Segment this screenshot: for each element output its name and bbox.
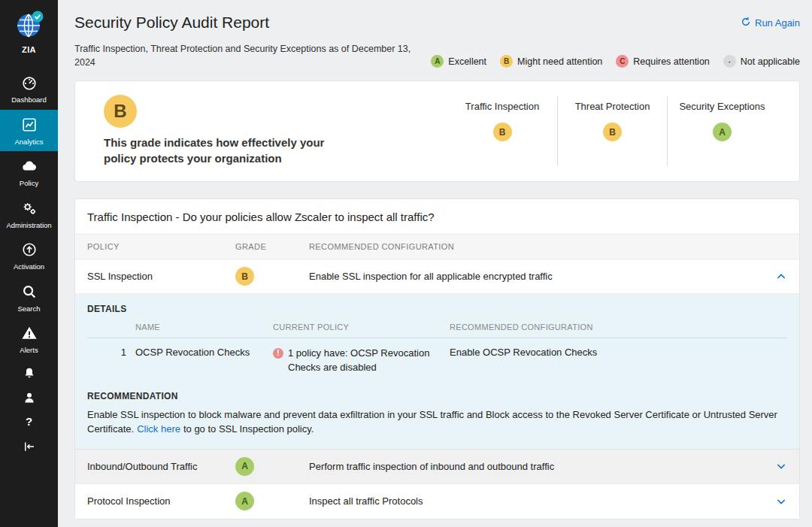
- page-title: Security Policy Audit Report: [74, 14, 269, 32]
- row-grade-badge: A: [235, 492, 254, 510]
- legend-label: Not applicable: [741, 56, 800, 67]
- sidebar-item-activation[interactable]: Activation: [0, 235, 58, 277]
- sidebar-item-label: Administration: [6, 222, 51, 229]
- topbar: Security Policy Audit Report Run Again: [74, 14, 800, 32]
- category-security-exceptions: Security Exceptions A: [667, 96, 777, 166]
- legend-item-not-applicable: - Not applicable: [723, 55, 800, 68]
- chevron-up-icon[interactable]: [775, 271, 787, 283]
- sidebar-item-label: Search: [17, 305, 40, 313]
- section-title: Traffic Inspection - Do your policies al…: [75, 199, 799, 235]
- category-label: Traffic Inspection: [452, 101, 553, 112]
- category-traffic-inspection: Traffic Inspection B: [447, 96, 557, 166]
- details-current-policy-text: 1 policy have: OCSP Revocation Checks ar…: [288, 347, 430, 375]
- user-profile-icon[interactable]: [23, 391, 36, 404]
- svg-text:?: ?: [26, 416, 32, 428]
- sidebar-item-label: Activation: [14, 263, 44, 271]
- policy-name: Protocol Inspection: [87, 495, 235, 507]
- category-grade-badge: B: [493, 123, 512, 141]
- sidebar-item-label: Alerts: [20, 347, 38, 354]
- sub-header: Traffic Inspection, Threat Protection an…: [74, 42, 800, 69]
- chevron-down-icon[interactable]: [775, 460, 787, 472]
- legend-label: Requires attention: [633, 56, 709, 67]
- category-grade-badge: B: [603, 123, 622, 141]
- overall-grade-description: This grade indicates how effectively you…: [104, 135, 359, 166]
- logout-icon[interactable]: [23, 440, 36, 453]
- refresh-icon: [741, 17, 751, 29]
- category-label: Security Exceptions: [672, 101, 772, 112]
- category-grade-badge: A: [713, 123, 732, 141]
- sidebar: ZIA Dashboard Analytics Policy: [0, 0, 58, 527]
- column-grade: GRADE: [235, 235, 309, 259]
- details-heading: DETAILS: [87, 304, 787, 314]
- click-here-link[interactable]: Click here: [137, 423, 180, 435]
- run-again-button[interactable]: Run Again: [741, 17, 800, 29]
- table-row-ssl-inspection[interactable]: SSL Inspection B Enable SSL inspection f…: [75, 259, 799, 294]
- details-table-header: NAME CURRENT POLICY RECOMMENDED CONFIGUR…: [87, 314, 787, 338]
- alerts-warning-icon: [20, 325, 38, 344]
- policy-cloud-icon: [20, 158, 38, 177]
- zia-logo[interactable]: ZIA: [0, 0, 58, 60]
- policy-name: Inbound/Outbound Traffic: [87, 461, 235, 472]
- ssl-inspection-details-panel: DETAILS NAME CURRENT POLICY RECOMMENDED …: [75, 294, 799, 450]
- row-recommendation: Inspect all traffic Protocols: [309, 495, 763, 507]
- policy-name: SSL Inspection: [87, 271, 235, 282]
- sidebar-item-policy[interactable]: Policy: [0, 151, 58, 193]
- table-row-protocol-inspection[interactable]: Protocol Inspection A Inspect all traffi…: [75, 484, 799, 519]
- recommendation-text: Enable SSL inspection to block malware a…: [87, 407, 787, 437]
- recommendation-text-after: to go to SSL Inspection policy.: [183, 423, 314, 435]
- sidebar-item-search[interactable]: Search: [0, 277, 58, 319]
- run-again-label: Run Again: [755, 17, 800, 29]
- details-column-name: NAME: [135, 323, 273, 332]
- details-recommended-text: Enable OCSP Revocation Checks: [450, 347, 787, 358]
- category-threat-protection: Threat Protection B: [557, 96, 667, 166]
- column-recommended-configuration: RECOMMENDED CONFIGURATION: [309, 235, 763, 259]
- details-row-number: 1: [87, 347, 135, 358]
- column-policy: POLICY: [87, 235, 235, 259]
- analytics-icon: [21, 117, 38, 136]
- sidebar-item-analytics[interactable]: Analytics: [0, 110, 58, 152]
- sidebar-item-dashboard[interactable]: Dashboard: [0, 68, 58, 110]
- sidebar-item-label: Dashboard: [11, 96, 46, 104]
- details-column-recommended: RECOMMENDED CONFIGURATION: [450, 323, 787, 332]
- details-row-name: OCSP Revocation Checks: [135, 347, 273, 358]
- legend-item-might-need-attention: B Might need attention: [500, 55, 602, 68]
- chevron-down-icon[interactable]: [775, 495, 787, 507]
- legend-label: Excellent: [448, 56, 486, 67]
- help-icon[interactable]: ?: [23, 416, 35, 429]
- alert-exclamation-icon: !: [273, 348, 283, 359]
- category-grades: Traffic Inspection B Threat Protection B…: [447, 96, 777, 166]
- row-grade-badge: A: [235, 457, 254, 476]
- row-grade-badge: B: [235, 267, 254, 286]
- legend-item-requires-attention: C Requires attention: [616, 55, 709, 68]
- row-recommendation: Perform traffic inspection of inbound an…: [309, 461, 763, 472]
- table-row-inbound-outbound[interactable]: Inbound/Outbound Traffic A Perform traff…: [75, 450, 799, 484]
- details-current-policy-cell: ! 1 policy have: OCSP Revocation Checks …: [273, 347, 450, 375]
- search-icon: [21, 283, 38, 303]
- overall-grade-badge: B: [104, 95, 137, 128]
- legend-label: Might need attention: [517, 56, 602, 67]
- details-column-current-policy: CURRENT POLICY: [273, 323, 450, 332]
- dashboard-icon: [21, 74, 38, 94]
- grade-na-badge: -: [723, 55, 736, 68]
- policy-table-header: POLICY GRADE RECOMMENDED CONFIGURATION: [75, 235, 799, 259]
- grade-b-badge: B: [500, 55, 513, 68]
- sidebar-item-label: Analytics: [14, 138, 43, 146]
- overall-grade-block: B This grade indicates how effectively y…: [104, 95, 404, 166]
- zia-globe-icon: [14, 29, 44, 42]
- activation-icon: [21, 241, 38, 261]
- report-subtitle: Traffic Inspection, Threat Protection an…: [74, 42, 413, 69]
- sidebar-bottom: ?: [0, 366, 58, 464]
- category-label: Threat Protection: [562, 101, 662, 112]
- column-expand: [763, 235, 787, 259]
- sidebar-item-alerts[interactable]: Alerts: [0, 318, 58, 360]
- details-row-ocsp: 1 OCSP Revocation Checks ! 1 policy have…: [87, 338, 787, 385]
- recommendation-heading: RECOMMENDATION: [87, 391, 787, 401]
- main-content: Security Policy Audit Report Run Again T…: [58, 0, 812, 527]
- sidebar-item-administration[interactable]: Administration: [0, 193, 58, 235]
- notifications-bell-icon[interactable]: [23, 366, 36, 380]
- grade-legend: A Excellent B Might need attention C Req…: [431, 55, 800, 69]
- row-recommendation: Enable SSL inspection for all applicable…: [309, 271, 763, 282]
- traffic-inspection-card: Traffic Inspection - Do your policies al…: [74, 198, 800, 519]
- overall-grade-card: B This grade indicates how effectively y…: [74, 80, 800, 182]
- sidebar-item-label: Policy: [20, 180, 38, 187]
